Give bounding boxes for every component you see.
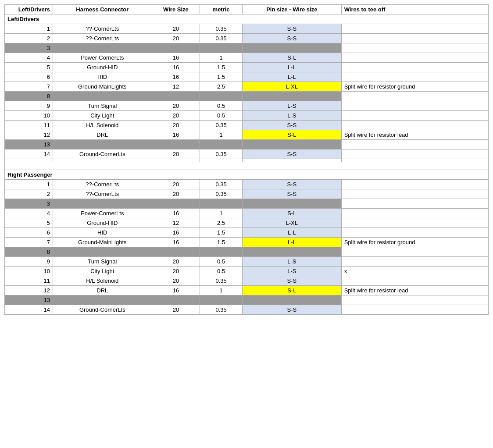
- cell-tee: Split wire for resistor ground: [341, 82, 488, 92]
- cell-tee: [341, 305, 488, 315]
- cell-tee: [341, 111, 488, 121]
- cell-metric: 0.35: [200, 305, 243, 315]
- cell-wiresize: 12: [152, 82, 200, 92]
- cell-wiresize: 16: [152, 130, 200, 140]
- cell-harness: ??-CornerLts: [53, 189, 152, 199]
- cell-number: 13: [5, 295, 53, 305]
- table-body: Left/Drivers1??-CornerLts200.35S-S2??-Co…: [5, 14, 489, 315]
- cell-tee: [341, 140, 488, 149]
- cell-wiresize: 16: [152, 238, 200, 247]
- header-row: Left/Drivers Harness Connector Wire Size…: [5, 5, 489, 14]
- cell-wiresize: 20: [152, 276, 200, 286]
- cell-harness: DRL: [53, 286, 152, 295]
- cell-number: 2: [5, 34, 53, 43]
- cell-wiresize: 20: [152, 180, 200, 189]
- table-row: 14Ground-CornerLts200.35S-S: [5, 305, 489, 315]
- cell-metric: 1.5: [200, 238, 243, 247]
- cell-pinsize: [242, 199, 341, 209]
- section-label: Right Passenger: [5, 170, 489, 180]
- table-row: 1??-CornerLts200.35S-S: [5, 24, 489, 34]
- cell-tee: [341, 149, 488, 159]
- cell-number: 5: [5, 218, 53, 228]
- cell-pinsize: L-S: [242, 257, 341, 267]
- table-row: 7Ground-MainLights122.5L-XLSplit wire fo…: [5, 82, 489, 92]
- cell-harness: Ground-MainLights: [53, 238, 152, 247]
- cell-harness: ??-CornerLts: [53, 180, 152, 189]
- cell-pinsize: L-XL: [242, 218, 341, 228]
- cell-metric: [200, 247, 243, 257]
- table-row: 3: [5, 43, 489, 53]
- cell-pinsize: L-L: [242, 63, 341, 72]
- cell-wiresize: 16: [152, 72, 200, 82]
- cell-tee: [341, 72, 488, 82]
- cell-pinsize: S-S: [242, 34, 341, 43]
- cell-number: 8: [5, 92, 53, 101]
- table-row: 7Ground-MainLights161.5L-LSplit wire for…: [5, 238, 489, 247]
- cell-metric: 1: [200, 286, 243, 295]
- cell-metric: [200, 43, 243, 53]
- cell-tee: [341, 43, 488, 53]
- table-row: 1??-CornerLts200.35S-S: [5, 180, 489, 189]
- cell-number: 12: [5, 286, 53, 295]
- cell-wiresize: 16: [152, 228, 200, 238]
- col-header-tee: Wires to tee off: [341, 5, 488, 14]
- cell-pinsize: S-S: [242, 121, 341, 130]
- table-row: 4Power-CornerLts161S-L: [5, 209, 489, 218]
- col-header-pinsize: Pin size - Wire size: [242, 5, 341, 14]
- cell-harness: DRL: [53, 130, 152, 140]
- cell-number: [5, 159, 53, 162]
- cell-metric: 0.5: [200, 257, 243, 267]
- cell-harness: [53, 159, 152, 162]
- cell-metric: 1: [200, 53, 243, 63]
- cell-number: 3: [5, 199, 53, 209]
- cell-number: 10: [5, 267, 53, 276]
- cell-pinsize: [242, 92, 341, 101]
- cell-tee: [341, 92, 488, 101]
- table-row: 11H/L Solenoid200.35S-S: [5, 276, 489, 286]
- cell-metric: 0.5: [200, 111, 243, 121]
- cell-wiresize: [152, 92, 200, 101]
- cell-pinsize: [242, 247, 341, 257]
- table-row: 9Turn Signal200.5L-S: [5, 101, 489, 111]
- cell-number: 11: [5, 121, 53, 130]
- cell-wiresize: 20: [152, 101, 200, 111]
- cell-wiresize: 16: [152, 53, 200, 63]
- cell-wiresize: [152, 159, 200, 162]
- col-header-wiresize: Wire Size: [152, 5, 200, 14]
- cell-wiresize: [152, 199, 200, 209]
- cell-metric: 2.5: [200, 218, 243, 228]
- table-row: 10City Light200.5L-S: [5, 111, 489, 121]
- table-row: 5Ground-HID161.5L-L: [5, 63, 489, 72]
- cell-pinsize: S-S: [242, 305, 341, 315]
- cell-metric: 0.35: [200, 34, 243, 43]
- cell-wiresize: [152, 43, 200, 53]
- cell-pinsize: S-L: [242, 209, 341, 218]
- cell-pinsize: L-L: [242, 228, 341, 238]
- col-header-number: Left/Drivers: [5, 5, 53, 14]
- cell-pinsize: S-S: [242, 189, 341, 199]
- table-row: 14Ground-CornerLts200.35S-S: [5, 149, 489, 159]
- cell-wiresize: 20: [152, 305, 200, 315]
- cell-wiresize: 16: [152, 209, 200, 218]
- cell-tee: Split wire for resistor ground: [341, 238, 488, 247]
- cell-metric: [200, 159, 243, 162]
- cell-harness: ??-CornerLts: [53, 24, 152, 34]
- cell-harness: Ground-HID: [53, 218, 152, 228]
- cell-harness: City Light: [53, 111, 152, 121]
- cell-harness: HID: [53, 228, 152, 238]
- cell-metric: [200, 295, 243, 305]
- cell-tee: [341, 24, 488, 34]
- cell-pinsize: L-S: [242, 111, 341, 121]
- cell-metric: 1.5: [200, 72, 243, 82]
- cell-harness: [53, 247, 152, 257]
- cell-tee: [341, 63, 488, 72]
- cell-tee: [341, 209, 488, 218]
- cell-metric: 2.5: [200, 82, 243, 92]
- cell-number: 7: [5, 238, 53, 247]
- cell-number: 5: [5, 63, 53, 72]
- table-row: 8: [5, 92, 489, 101]
- cell-tee: Split wire for resistor lead: [341, 130, 488, 140]
- cell-metric: 0.35: [200, 24, 243, 34]
- cell-metric: 1: [200, 209, 243, 218]
- cell-harness: City Light: [53, 267, 152, 276]
